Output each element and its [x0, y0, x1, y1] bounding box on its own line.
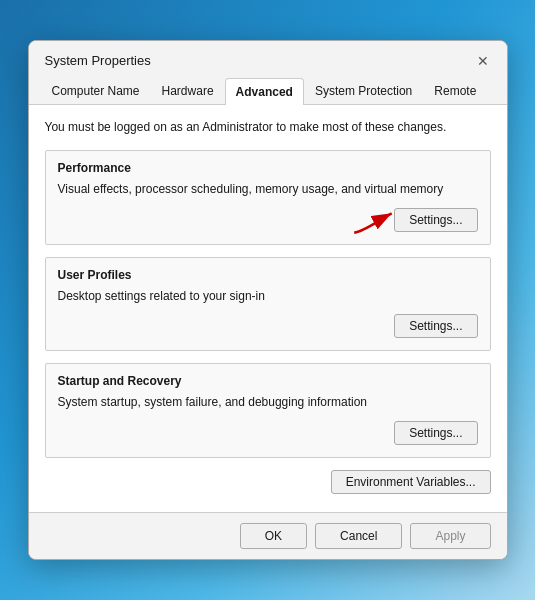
- env-vars-button[interactable]: Environment Variables...: [331, 470, 491, 494]
- title-bar: System Properties ✕: [29, 41, 507, 77]
- startup-recovery-section: Startup and Recovery System startup, sys…: [45, 363, 491, 458]
- user-profiles-settings-button[interactable]: Settings...: [394, 314, 477, 338]
- tab-remote[interactable]: Remote: [423, 77, 487, 104]
- startup-recovery-title: Startup and Recovery: [58, 374, 478, 388]
- startup-recovery-settings-row: Settings...: [58, 421, 478, 445]
- content-area: You must be logged on as an Administrato…: [29, 105, 507, 512]
- env-vars-row: Environment Variables...: [45, 470, 491, 494]
- user-profiles-settings-row: Settings...: [58, 314, 478, 338]
- startup-recovery-settings-button[interactable]: Settings...: [394, 421, 477, 445]
- performance-section: Performance Visual effects, processor sc…: [45, 150, 491, 245]
- tab-hardware[interactable]: Hardware: [151, 77, 225, 104]
- ok-button[interactable]: OK: [240, 523, 307, 549]
- arrow-indicator: [350, 202, 400, 238]
- tab-advanced[interactable]: Advanced: [225, 78, 304, 105]
- system-properties-window: System Properties ✕ Computer Name Hardwa…: [28, 40, 508, 560]
- user-profiles-section: User Profiles Desktop settings related t…: [45, 257, 491, 352]
- user-profiles-title: User Profiles: [58, 268, 478, 282]
- apply-button[interactable]: Apply: [410, 523, 490, 549]
- footer: OK Cancel Apply: [29, 512, 507, 559]
- tab-computer-name[interactable]: Computer Name: [41, 77, 151, 104]
- performance-settings-button[interactable]: Settings...: [394, 208, 477, 232]
- cancel-button[interactable]: Cancel: [315, 523, 402, 549]
- tab-system-protection[interactable]: System Protection: [304, 77, 423, 104]
- performance-desc: Visual effects, processor scheduling, me…: [58, 181, 478, 198]
- performance-settings-row: Settings...: [58, 208, 478, 232]
- startup-recovery-desc: System startup, system failure, and debu…: [58, 394, 478, 411]
- settings-arrow-icon: [350, 202, 400, 238]
- window-title: System Properties: [45, 53, 151, 68]
- performance-title: Performance: [58, 161, 478, 175]
- admin-notice-text: You must be logged on as an Administrato…: [45, 119, 491, 136]
- tab-bar: Computer Name Hardware Advanced System P…: [29, 77, 507, 105]
- user-profiles-desc: Desktop settings related to your sign-in: [58, 288, 478, 305]
- close-button[interactable]: ✕: [471, 49, 495, 73]
